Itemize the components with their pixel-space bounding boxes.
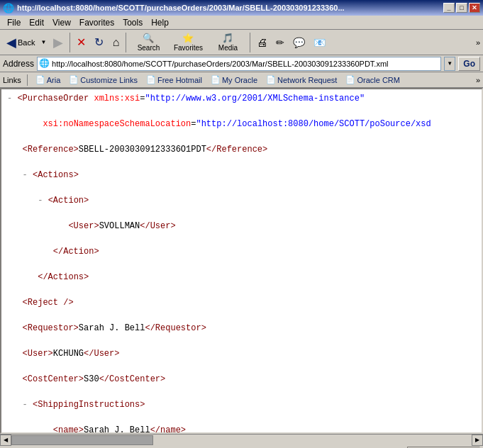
link-aria-icon: 📄 (35, 75, 45, 84)
menu-help[interactable]: Help (147, 16, 173, 29)
title-bar-left: 🌐 http://localhost:8080/home/SCOTT/purch… (3, 3, 345, 13)
hscroll-right[interactable]: ▶ (472, 435, 483, 446)
home-icon: ⌂ (113, 36, 120, 49)
edit-icon: ✏ (276, 37, 284, 48)
back-icon: ◀ (6, 35, 16, 50)
link-customize[interactable]: 📄 Customize Links (65, 74, 141, 86)
go-button[interactable]: Go (458, 57, 480, 71)
media-icon: 🎵 (222, 33, 233, 43)
back-label: Back (18, 38, 35, 47)
favorites-button[interactable]: ⭐ Favorites (169, 32, 207, 53)
link-network-request-icon: 📄 (266, 75, 276, 84)
links-label: Links (3, 76, 21, 84)
address-label: Address (3, 59, 34, 69)
link-network-request[interactable]: 📄 Network Request (262, 74, 340, 86)
hscroll-thumb[interactable] (11, 435, 153, 445)
stop-button[interactable]: ✕ (73, 32, 89, 53)
hscroll-left[interactable]: ◀ (0, 435, 11, 446)
search-label: Search (138, 44, 160, 52)
print-icon: 🖨 (257, 36, 267, 48)
window-title: http://localhost:8080/home/SCOTT/purchas… (17, 4, 345, 12)
menu-bar: File Edit View Favorites Tools Help (0, 16, 483, 30)
links-more[interactable]: » (476, 76, 480, 84)
close-button[interactable]: ✕ (469, 3, 480, 13)
link-aria[interactable]: 📄 Aria (32, 74, 65, 86)
forward-button[interactable]: ▶ (50, 32, 67, 53)
address-input[interactable] (52, 60, 439, 68)
refresh-icon: ↻ (94, 35, 104, 49)
mail-icon: 📧 (313, 37, 326, 48)
link-hotmail-icon: 📄 (146, 75, 156, 84)
toolbar: ◀ Back ▼ ▶ ✕ ↻ ⌂ 🔍 Search ⭐ Favorites 🎵 … (0, 30, 483, 55)
search-button[interactable]: 🔍 Search (129, 32, 167, 53)
title-bar-buttons: _ □ ✕ (443, 3, 480, 13)
print-button[interactable]: 🖨 (253, 32, 271, 53)
link-oracle-crm[interactable]: 📄 Oracle CRM (342, 74, 404, 86)
status-bar: 🌐 Local intranet (0, 445, 483, 448)
link-hotmail[interactable]: 📄 Free Hotmail (143, 74, 206, 86)
link-customize-icon: 📄 (69, 75, 79, 84)
title-bar: 🌐 http://localhost:8080/home/SCOTT/purch… (0, 0, 483, 16)
back-button-group: ◀ Back ▼ (3, 32, 48, 53)
link-oracle-crm-icon: 📄 (345, 75, 355, 84)
toolbar-sep-3 (250, 33, 250, 52)
links-bar: Links 📄 Aria 📄 Customize Links 📄 Free Ho… (0, 72, 483, 88)
main-area: - <PurchaseOrder xmlns:xsi="http://www.w… (0, 88, 483, 434)
toolbar-sep-1 (70, 33, 70, 52)
favorites-label: Favorites (174, 44, 203, 52)
menu-edit[interactable]: Edit (25, 16, 48, 29)
address-input-wrap: 🌐 (37, 57, 441, 71)
toolbar-more[interactable]: » (476, 38, 480, 47)
back-dropdown[interactable]: ▼ (38, 32, 48, 53)
horizontal-scrollbar[interactable]: ◀ ▶ (0, 434, 483, 445)
media-label: Media (218, 44, 238, 52)
back-button[interactable]: ◀ Back (3, 32, 38, 53)
menu-file[interactable]: File (3, 16, 25, 29)
ie-icon: 🌐 (3, 3, 14, 13)
mail-button[interactable]: 📧 (310, 32, 329, 53)
favorites-icon: ⭐ (182, 33, 194, 43)
address-bar: Address 🌐 ▼ Go (0, 55, 483, 72)
search-icon: 🔍 (143, 33, 154, 43)
menu-view[interactable]: View (48, 16, 75, 29)
refresh-button[interactable]: ↻ (91, 32, 107, 53)
maximize-button[interactable]: □ (456, 3, 467, 13)
address-globe-icon: 🌐 (39, 58, 50, 69)
links-sep (27, 74, 28, 86)
media-button[interactable]: 🎵 Media (209, 32, 247, 53)
minimize-button[interactable]: _ (443, 3, 455, 13)
home-button[interactable]: ⌂ (109, 32, 123, 53)
discuss-icon: 💬 (293, 37, 305, 48)
stop-icon: ✕ (77, 35, 86, 49)
link-oracle[interactable]: 📄 My Oracle (207, 74, 261, 86)
xml-viewer[interactable]: - <PurchaseOrder xmlns:xsi="http://www.w… (1, 89, 482, 432)
address-dropdown[interactable]: ▼ (444, 57, 455, 71)
menu-tools[interactable]: Tools (118, 16, 147, 29)
forward-icon: ▶ (53, 35, 63, 50)
discuss-button[interactable]: 💬 (289, 32, 309, 53)
menu-favorites[interactable]: Favorites (75, 16, 118, 29)
edit-button[interactable]: ✏ (272, 32, 288, 53)
hscroll-track[interactable] (11, 435, 472, 446)
link-oracle-icon: 📄 (211, 75, 221, 84)
toolbar-sep-2 (126, 33, 126, 52)
